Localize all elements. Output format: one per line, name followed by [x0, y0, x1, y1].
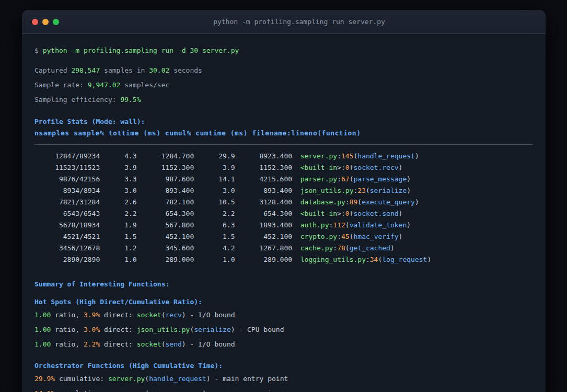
efficiency-label: Sampling efficiency: — [34, 96, 120, 103]
titlebar[interactable]: python -m profiling.sampling run server.… — [22, 10, 546, 34]
function-name: handle_request — [149, 375, 206, 383]
profile-table-row: 4521/4521 1.5 452.100 1.5 452.100 crypto… — [34, 231, 533, 243]
command-line: $ python -m profiling.sampling run -d 30… — [34, 45, 533, 56]
orchestrators-heading: Orchestrator Functions (High Cumulative … — [34, 360, 533, 372]
ratio-value: 1.00 — [34, 311, 51, 319]
punctuation: ) — [399, 210, 403, 217]
punctuation: ( — [350, 233, 354, 240]
function-name: serialize — [194, 326, 230, 333]
punctuation: ( — [345, 221, 350, 229]
punctuation: ) — [399, 164, 403, 171]
line-number: 89 — [350, 198, 358, 206]
file-name: auth.py — [300, 221, 329, 229]
note-text: - I/O bound — [186, 340, 235, 348]
sample-rate: 9,947.02 — [88, 81, 121, 89]
file-name: json_utils.py — [300, 187, 354, 194]
function-name: get_cached — [350, 244, 390, 252]
note-text: - main entry point — [211, 375, 288, 383]
function-name: parse_message — [354, 175, 407, 183]
efficiency-line: Sampling efficiency: 99.5% — [34, 93, 533, 107]
punctuation: ( — [145, 389, 149, 392]
punctuation: ( — [345, 244, 350, 252]
punctuation: : — [337, 175, 341, 183]
function-name: hmac_verify — [354, 233, 399, 240]
file-name: server.py — [108, 375, 145, 383]
ratio-label: ratio, — [51, 326, 84, 333]
table-column-header: nsamples sample% tottime (ms) cumul% cum… — [34, 128, 533, 139]
line-number: 0 — [345, 210, 350, 217]
row-metrics: 11523/11523 3.9 1152.300 3.9 1152.300 — [34, 164, 300, 171]
punctuation: ) — [182, 340, 186, 348]
punctuation: ) — [182, 311, 186, 319]
punctuation: ( — [350, 164, 354, 171]
samples-count: 298,547 — [71, 66, 100, 74]
shell-prompt: $ — [34, 47, 43, 54]
minimize-button[interactable] — [42, 19, 49, 25]
captured-label: Captured — [34, 66, 71, 74]
function-name: recv — [166, 311, 182, 319]
punctuation: ) — [231, 326, 235, 333]
punctuation: ) — [390, 244, 395, 252]
direct-percent: 3.0% — [84, 326, 100, 333]
row-metrics: 7821/31284 2.6 782.100 10.5 3128.400 — [34, 198, 300, 206]
profile-table-row: 2890/2890 1.0 289.000 1.0 289.000 loggin… — [34, 254, 533, 266]
punctuation: : — [337, 152, 341, 160]
punctuation: ) — [415, 152, 419, 160]
line-number: 78 — [337, 244, 345, 252]
window-title: python -m profiling.sampling run server.… — [59, 18, 539, 26]
file-name: <built-in — [300, 164, 337, 171]
row-metrics: 2890/2890 1.0 289.000 1.0 289.000 — [34, 256, 300, 263]
profile-stats-heading: Profile Stats (Mode: wall): — [34, 116, 533, 128]
captured-line: Captured 298,547 samples in 30.02 second… — [34, 63, 533, 78]
punctuation: > — [337, 210, 341, 217]
direct-percent: 2.2% — [84, 340, 100, 348]
target-name: socket — [137, 340, 161, 348]
punctuation: ( — [366, 187, 370, 194]
ratio-label: ratio, — [51, 340, 84, 348]
ratio-label: ratio, — [51, 311, 84, 319]
profile-table-row: 12847/89234 4.3 1284.700 29.9 8923.400 s… — [34, 151, 533, 162]
duration-seconds: 30.02 — [149, 66, 169, 74]
function-name: handle_request — [357, 152, 415, 160]
captured-suffix-label: seconds — [169, 66, 202, 74]
file-name: parser.py — [108, 389, 145, 392]
punctuation: ( — [350, 210, 354, 217]
ratio-value: 1.00 — [34, 340, 51, 348]
cumulative-label: cumulative: — [55, 375, 108, 383]
summary-heading: Summary of Interesting Functions: — [34, 279, 533, 290]
capture-stats: Captured 298,547 samples in 30.02 second… — [34, 63, 533, 107]
function-name: socket.send — [354, 210, 399, 217]
punctuation: ) — [415, 198, 419, 206]
row-metrics: 8934/8934 3.0 893.400 3.0 893.400 — [34, 187, 300, 194]
profile-table-row: 9876/42156 3.3 987.600 14.1 4215.600 par… — [34, 174, 533, 185]
target-name: json_utils.py — [137, 326, 190, 333]
punctuation: ) — [407, 175, 411, 183]
punctuation: ( — [161, 311, 166, 319]
punctuation: : — [341, 164, 345, 171]
hot-spot-line: 1.00 ratio, 3.9% direct: socket(recv) - … — [34, 308, 533, 322]
orchestrators-list: 29.9% cumulative: server.py(handle_reque… — [34, 372, 533, 392]
direct-label: direct: — [100, 340, 136, 348]
punctuation: ) — [202, 389, 206, 392]
cumulative-percent: 14.1% — [34, 389, 55, 392]
terminal-content: $ python -m profiling.sampling run -d 30… — [22, 34, 546, 392]
punctuation: : — [333, 244, 337, 252]
punctuation: : — [337, 233, 341, 240]
direct-label: direct: — [100, 326, 136, 333]
punctuation: : — [345, 198, 350, 206]
zoom-button[interactable] — [53, 19, 59, 25]
row-metrics: 3456/12678 1.2 345.600 4.2 1267.800 — [34, 244, 300, 252]
profile-table-row: 11523/11523 3.9 1152.300 3.9 1152.300 <b… — [34, 162, 533, 174]
row-metrics: 12847/89234 4.3 1284.700 29.9 8923.400 — [34, 152, 300, 160]
function-name: validate_token — [350, 221, 407, 229]
function-name: execute_query — [362, 198, 415, 206]
file-name: server.py — [300, 152, 337, 160]
close-button[interactable] — [32, 19, 38, 25]
profile-table-row: 5678/18934 1.9 567.800 6.3 1893.400 auth… — [34, 220, 533, 231]
hot-spot-line: 1.00 ratio, 3.0% direct: json_utils.py(s… — [34, 322, 533, 337]
file-name: crypto.py — [300, 233, 337, 240]
line-number: 67 — [341, 175, 350, 183]
punctuation: : — [341, 210, 345, 217]
note-text: - I/O bound — [186, 311, 235, 319]
table-divider — [34, 144, 533, 145]
